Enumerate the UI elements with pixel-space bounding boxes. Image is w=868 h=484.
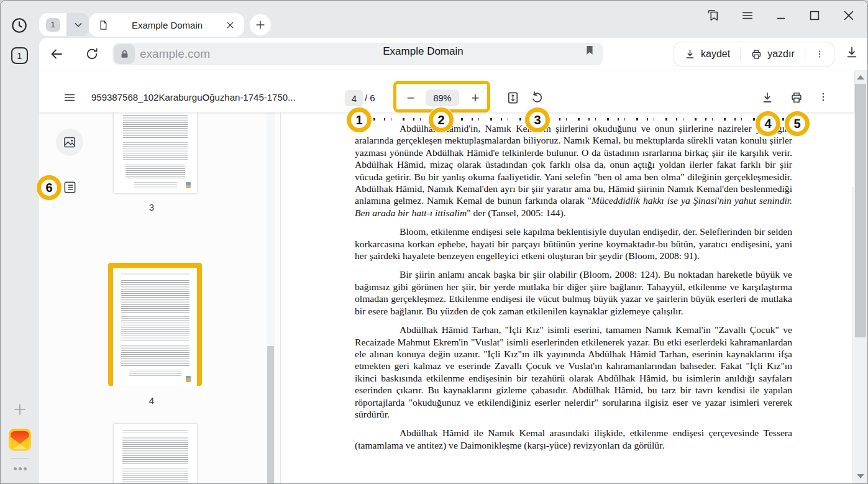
back-icon[interactable] (49, 47, 64, 62)
page-title: Example Domain (299, 45, 547, 58)
downloads-icon[interactable] (845, 45, 859, 59)
maximize-icon[interactable] (808, 9, 821, 22)
pdf-current-page[interactable]: 4 (345, 90, 363, 106)
tab-group-counter[interactable]: 1 (39, 13, 66, 36)
sidebar-more-icon[interactable] (12, 467, 27, 470)
browser-toolbar: example.com Example Domain kaydet yazdır (39, 38, 867, 71)
pdf-download-icon[interactable] (761, 91, 775, 106)
scroll-down-icon[interactable] (857, 474, 864, 478)
browser-scrollbar-thumb[interactable] (855, 84, 866, 337)
plus-icon (254, 19, 267, 31)
tab-title: Example Domain (109, 20, 225, 30)
scroll-up-icon[interactable] (857, 75, 864, 80)
tab-group-expander[interactable] (66, 13, 89, 36)
paragraph-2: Bloom, etkilenme endişesi sele kapılma b… (355, 226, 792, 262)
image-icon (62, 135, 77, 150)
download-icon (684, 48, 696, 60)
thumbnail-4-label: 4 (142, 395, 161, 406)
collections-icon[interactable] (706, 9, 720, 22)
thumbnails-view-button[interactable] (56, 129, 83, 156)
print-button[interactable]: yazdır (741, 42, 805, 66)
annotation-label: 5 (793, 117, 800, 131)
document-text: Abdülhak Hâmid'in, Namık Kemal'ın şiirle… (355, 122, 792, 458)
pdf-total-pages: / 6 (365, 93, 375, 103)
bookmark-icon[interactable] (583, 44, 596, 57)
paragraph-4: Abdülhak Hâmid Tarhan, "İçli Kız" isimli… (355, 324, 792, 420)
annotation-label: 2 (437, 113, 444, 127)
annotation-label: 4 (764, 117, 771, 131)
annotation-label: 1 (355, 113, 362, 127)
reload-icon[interactable] (85, 47, 99, 62)
document-icon (98, 19, 109, 31)
pdf-filename: 959387568_102KaraburguOğuzhan-1745-1750.… (91, 92, 335, 103)
annotation-circle-6: 6 (37, 175, 62, 200)
url-text: example.com (140, 47, 210, 61)
paragraph-3: Bir şiirin anlamı ancak başka bir şiir o… (355, 268, 792, 317)
new-tab-button[interactable] (250, 14, 271, 35)
minimize-icon[interactable] (775, 9, 788, 22)
sidebar-divider (11, 458, 29, 459)
thumbnails-scrollbar-thumb[interactable] (267, 346, 274, 483)
lock-icon[interactable] (114, 44, 135, 64)
tab-example-domain[interactable]: Example Domain (89, 13, 244, 37)
close-tab-icon[interactable] (225, 20, 235, 30)
page-actions-panel: kaydet yazdır (674, 42, 834, 66)
paragraph-1-citation: " der (Tansel, 2005: 144). (467, 208, 565, 218)
annotation-circle-2: 2 (429, 107, 454, 132)
pdf-print-icon[interactable] (790, 91, 805, 106)
annotation-circle-4: 4 (756, 111, 780, 136)
outline-view-button[interactable] (63, 180, 77, 194)
thumbnail-page-3[interactable] (114, 112, 197, 193)
browser-scrollbar[interactable] (854, 70, 867, 483)
thumbnail-3-label: 3 (142, 202, 161, 212)
paragraph-1: Abdülhak Hâmid'in, Namık Kemal'ın şiirle… (355, 122, 792, 219)
paragraph-5: Abdülhak Hâmid ile Namık Kemal arasındak… (355, 427, 792, 451)
history-clock-icon[interactable] (11, 17, 28, 34)
chevron-down-icon (72, 19, 85, 31)
close-window-icon[interactable] (842, 9, 856, 22)
thumbnails-scrollbar[interactable] (267, 112, 275, 483)
yandex-mail-icon[interactable] (9, 429, 31, 451)
sidebar-tab-counter[interactable]: 1 (11, 47, 28, 64)
menu-icon[interactable] (741, 9, 754, 22)
sidebar-add-icon[interactable] (12, 402, 27, 417)
thumbnail-page-4[interactable] (113, 273, 197, 386)
actions-kebab-icon[interactable] (805, 42, 834, 66)
annotation-circle-1: 1 (347, 107, 372, 132)
tab-group[interactable]: 1 (39, 13, 89, 36)
thumbnail-page-5[interactable] (114, 424, 197, 483)
annotation-label: 3 (534, 113, 541, 127)
outline-list-icon (63, 180, 77, 194)
fit-page-icon[interactable] (506, 91, 521, 106)
pdf-menu-icon[interactable] (63, 91, 78, 106)
pdf-thumbnails-panel: 3 4 (39, 112, 281, 483)
browser-window: 1 Example Domain 1 (0, 0, 868, 484)
tab-group-badge: 1 (46, 18, 60, 32)
save-label: kaydet (701, 48, 730, 60)
annotation-box-thumbnail-4[interactable] (108, 263, 202, 386)
paragraph-1-text: Abdülhak Hâmid'in, Namık Kemal'ın şiirle… (355, 123, 792, 206)
clipped-text-line (355, 114, 792, 121)
rotate-icon[interactable] (530, 91, 545, 106)
print-label: yazdır (767, 48, 795, 60)
pdf-page: Abdülhak Hâmid'in, Namık Kemal'ın şiirle… (281, 112, 867, 483)
pdf-kebab-icon[interactable] (817, 91, 832, 106)
annotation-circle-5: 5 (785, 111, 810, 136)
save-button[interactable]: kaydet (674, 42, 740, 66)
annotation-circle-3: 3 (525, 107, 550, 132)
sidebar-badge: 1 (17, 51, 22, 61)
annotation-label: 6 (45, 181, 52, 195)
printer-icon (751, 48, 762, 60)
